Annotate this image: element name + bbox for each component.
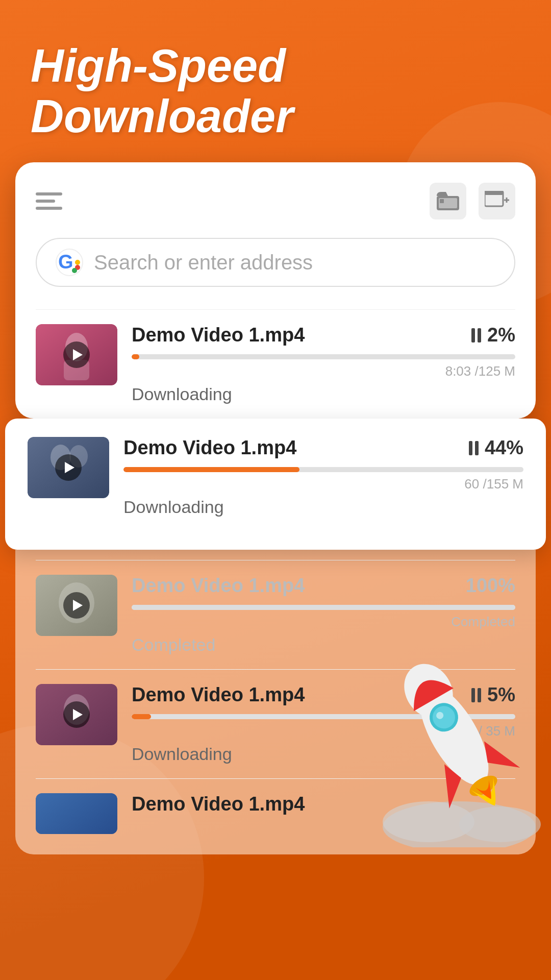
progress-fill-3 [132, 605, 515, 610]
progress-meta-2: 60 /155 M [123, 476, 523, 492]
play-button-4[interactable] [63, 701, 90, 728]
progress-bg-2 [123, 467, 523, 472]
play-button-2[interactable] [55, 454, 82, 481]
progress-bg-1 [132, 354, 515, 359]
toolbar-right [430, 183, 515, 219]
download-name-2: Demo Video 1.mp4 [123, 437, 296, 459]
new-tab-icon [485, 191, 509, 211]
play-button-1[interactable] [63, 341, 90, 368]
google-logo: G [55, 248, 84, 277]
search-placeholder: Search or enter address [94, 251, 496, 274]
app-title: High-Speed Downloader [31, 41, 520, 142]
svg-rect-27 [36, 793, 117, 834]
download-percent-3: 100% [466, 575, 515, 597]
menu-button[interactable] [36, 192, 62, 210]
toolbar [36, 183, 515, 219]
download-name-5: Demo Video 1.mp4 [132, 793, 305, 815]
pause-icon-2[interactable] [469, 441, 479, 455]
progress-bg-3 [132, 605, 515, 610]
folder-button[interactable] [430, 183, 466, 219]
pause-icon-1[interactable] [471, 328, 481, 342]
floating-card: Demo Video 1.mp4 44% 60 /155 M Downloadi… [5, 419, 546, 550]
download-name-1: Demo Video 1.mp4 [132, 324, 305, 346]
video-thumb-4[interactable] [36, 684, 117, 745]
download-info-1: Demo Video 1.mp4 2% 8:03 /125 M Download… [132, 324, 515, 404]
progress-fill-2 [123, 467, 299, 472]
download-item-2: Demo Video 1.mp4 44% 60 /155 M Downloadi… [28, 437, 523, 531]
download-percent-1: 2% [471, 324, 515, 346]
folder-icon [437, 192, 459, 210]
title-area: High-Speed Downloader [0, 0, 551, 162]
download-status-2: Downloading [123, 497, 523, 517]
download-item-1: Demo Video 1.mp4 2% 8:03 /125 M Download… [36, 309, 515, 419]
progress-meta-3: Completed [132, 614, 515, 630]
download-percent-2: 44% [469, 437, 523, 459]
video-thumb-1[interactable] [36, 324, 117, 385]
download-name-4: Demo Video 1.mp4 [132, 684, 305, 706]
progress-meta-1: 8:03 /125 M [132, 363, 515, 379]
svg-text:G: G [58, 251, 73, 273]
download-info-2: Demo Video 1.mp4 44% 60 /155 M Downloadi… [123, 437, 523, 517]
svg-rect-2 [440, 199, 444, 203]
play-button-3[interactable] [63, 592, 90, 619]
download-status-1: Downloading [132, 384, 515, 404]
svg-point-11 [72, 268, 77, 273]
download-name-3: Demo Video 1.mp4 [132, 575, 305, 597]
progress-fill-4 [132, 714, 151, 719]
rocket-container [388, 653, 531, 847]
svg-rect-4 [485, 191, 503, 195]
progress-fill-1 [132, 354, 139, 359]
video-thumb-2[interactable] [28, 437, 109, 498]
video-thumb-5[interactable] [36, 793, 117, 834]
svg-point-10 [75, 260, 80, 265]
main-card: G Search or enter address [15, 162, 536, 419]
thumb-bg-5 [36, 793, 117, 834]
new-tab-button[interactable] [479, 183, 515, 219]
video-thumb-3[interactable] [36, 575, 117, 636]
search-bar[interactable]: G Search or enter address [36, 238, 515, 287]
